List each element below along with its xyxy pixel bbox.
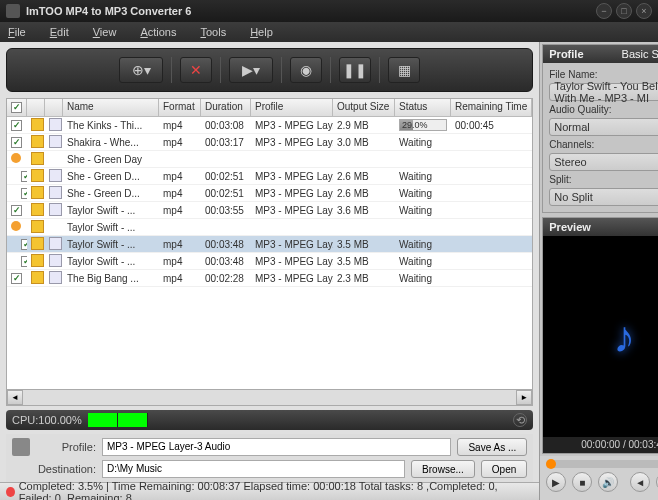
saveas-button[interactable]: Save As ... bbox=[457, 438, 527, 456]
table-row[interactable]: ✓Taylor Swift - ...mp400:03:48MP3 - MPEG… bbox=[7, 253, 532, 270]
statusbar: Completed: 3.5% | Time Remaining: 00:08:… bbox=[0, 482, 539, 500]
expand-icon[interactable] bbox=[11, 221, 21, 231]
menu-actions[interactable]: Actions bbox=[140, 26, 176, 38]
channels-label: Channels: bbox=[549, 139, 658, 150]
file-icon bbox=[49, 169, 62, 182]
table-row[interactable]: ✓Shakira - Whe...mp400:03:17MP3 - MPEG L… bbox=[7, 134, 532, 151]
destination-input[interactable]: D:\My Music bbox=[102, 460, 405, 478]
menu-help[interactable]: Help bbox=[250, 26, 273, 38]
cpu-bar: CPU:100.00% ⟲ bbox=[6, 410, 533, 430]
col-remaining[interactable]: Remaining Time bbox=[451, 99, 532, 116]
progress-bar: 29.0% bbox=[399, 119, 447, 131]
file-icon bbox=[49, 271, 62, 284]
remove-button[interactable]: ✕ bbox=[180, 57, 212, 83]
file-icon bbox=[49, 254, 62, 267]
bottom-panel: Profile: MP3 - MPEG Layer-3 Audio Save A… bbox=[6, 434, 533, 482]
music-note-icon: ♪ bbox=[613, 312, 635, 362]
menubar: File Edit View Actions Tools Help bbox=[0, 22, 658, 42]
file-icon bbox=[49, 186, 62, 199]
file-icon bbox=[49, 118, 62, 131]
col-check[interactable]: ✓ bbox=[7, 99, 27, 116]
col-duration[interactable]: Duration bbox=[201, 99, 251, 116]
folder-icon bbox=[31, 152, 44, 165]
preview-display: ♪ bbox=[543, 236, 658, 437]
open-button[interactable]: Open bbox=[481, 460, 527, 478]
output-folder-button[interactable]: ▦ bbox=[388, 57, 420, 83]
profile-select[interactable]: MP3 - MPEG Layer-3 Audio bbox=[102, 438, 451, 456]
table-row[interactable]: ✓Taylor Swift - ...mp400:03:48MP3 - MPEG… bbox=[7, 236, 532, 253]
convert-button[interactable]: ▶▾ bbox=[229, 57, 273, 83]
col-name[interactable]: Name bbox=[63, 99, 159, 116]
menu-edit[interactable]: Edit bbox=[50, 26, 69, 38]
table-row[interactable]: ✓The Big Bang ...mp400:02:28MP3 - MPEG L… bbox=[7, 270, 532, 287]
folder-icon bbox=[31, 220, 44, 233]
preview-time: 00:00:00 / 00:03:48 bbox=[543, 437, 658, 453]
app-title: ImTOO MP4 to MP3 Converter 6 bbox=[26, 5, 592, 17]
folder-icon bbox=[31, 254, 44, 267]
toolbar: ⊕▾ ✕ ▶▾ ◉ ❚❚ ▦ bbox=[6, 48, 533, 92]
quality-label: Audio Quality: bbox=[549, 104, 658, 115]
filename-input[interactable]: Taylor Swift - You Belong With Me - MP3 … bbox=[549, 83, 658, 101]
folder-icon bbox=[31, 203, 44, 216]
menu-file[interactable]: File bbox=[8, 26, 26, 38]
table-row[interactable]: ✓She - Green D...mp400:02:51MP3 - MPEG L… bbox=[7, 168, 532, 185]
minimize-button[interactable]: − bbox=[596, 3, 612, 19]
stop-button[interactable]: ◉ bbox=[290, 57, 322, 83]
table-row[interactable]: Taylor Swift - ... bbox=[7, 219, 532, 236]
channels-select[interactable]: Stereo▾ bbox=[549, 153, 658, 171]
folder-icon bbox=[31, 271, 44, 284]
status-text: Completed: 3.5% | Time Remaining: 00:08:… bbox=[19, 480, 534, 501]
close-button[interactable]: × bbox=[636, 3, 652, 19]
cpu-graph bbox=[88, 413, 148, 427]
browse-button[interactable]: Browse... bbox=[411, 460, 475, 478]
volume-button[interactable]: 🔊 bbox=[598, 472, 618, 492]
col-output[interactable]: Output Size bbox=[333, 99, 395, 116]
status-led-icon bbox=[6, 487, 15, 497]
menu-tools[interactable]: Tools bbox=[200, 26, 226, 38]
col-format[interactable]: Format bbox=[159, 99, 201, 116]
maximize-button[interactable]: □ bbox=[616, 3, 632, 19]
profile-panel: Profile Basic Settings ▾ File Name: Tayl… bbox=[542, 44, 658, 213]
folder-icon bbox=[31, 118, 44, 131]
file-icon bbox=[49, 237, 62, 250]
play-button[interactable]: ▶ bbox=[546, 472, 566, 492]
folder-icon bbox=[31, 186, 44, 199]
table-row[interactable]: ✓The Kinks - Thi...mp400:03:08MP3 - MPEG… bbox=[7, 117, 532, 134]
folder-icon bbox=[31, 237, 44, 250]
profile-icon bbox=[12, 438, 30, 456]
refresh-icon[interactable]: ⟲ bbox=[513, 413, 527, 427]
file-icon bbox=[49, 135, 62, 148]
prev-frame-button[interactable]: ◄ bbox=[630, 472, 650, 492]
row-checkbox[interactable]: ✓ bbox=[11, 205, 22, 216]
table-row[interactable]: ✓Taylor Swift - ...mp400:03:55MP3 - MPEG… bbox=[7, 202, 532, 219]
horizontal-scrollbar[interactable]: ◄ ► bbox=[6, 390, 533, 406]
table-row[interactable]: ✓She - Green D...mp400:02:51MP3 - MPEG L… bbox=[7, 185, 532, 202]
folder-icon bbox=[31, 135, 44, 148]
table-row[interactable]: She - Green Day bbox=[7, 151, 532, 168]
grid-header: ✓ Name Format Duration Profile Output Si… bbox=[7, 99, 532, 117]
app-icon bbox=[6, 4, 20, 18]
row-checkbox[interactable]: ✓ bbox=[11, 137, 22, 148]
player-controls: ▶ ■ 🔊 ◄ ► 📷 bbox=[540, 456, 658, 500]
split-select[interactable]: No Split▾ bbox=[549, 188, 658, 206]
seek-slider[interactable] bbox=[546, 460, 658, 468]
scroll-right-button[interactable]: ► bbox=[516, 390, 532, 405]
preview-title: Preview bbox=[549, 221, 591, 233]
filename-label: File Name: bbox=[549, 69, 658, 80]
add-file-button[interactable]: ⊕▾ bbox=[119, 57, 163, 83]
settings-toggle[interactable]: Basic Settings ▾ bbox=[622, 48, 658, 61]
quality-select[interactable]: Normal▾ bbox=[549, 118, 658, 136]
row-checkbox[interactable]: ✓ bbox=[11, 120, 22, 131]
cpu-label: CPU:100.00% bbox=[12, 414, 82, 426]
player-stop-button[interactable]: ■ bbox=[572, 472, 592, 492]
pause-button[interactable]: ❚❚ bbox=[339, 57, 371, 83]
col-profile[interactable]: Profile bbox=[251, 99, 333, 116]
menu-view[interactable]: View bbox=[93, 26, 117, 38]
row-checkbox[interactable]: ✓ bbox=[11, 273, 22, 284]
col-status[interactable]: Status bbox=[395, 99, 451, 116]
preview-panel: Preview ➤ ♪ 00:00:00 / 00:03:48 bbox=[542, 217, 658, 454]
destination-label: Destination: bbox=[36, 463, 96, 475]
profile-label: Profile: bbox=[36, 441, 96, 453]
scroll-left-button[interactable]: ◄ bbox=[7, 390, 23, 405]
expand-icon[interactable] bbox=[11, 153, 21, 163]
